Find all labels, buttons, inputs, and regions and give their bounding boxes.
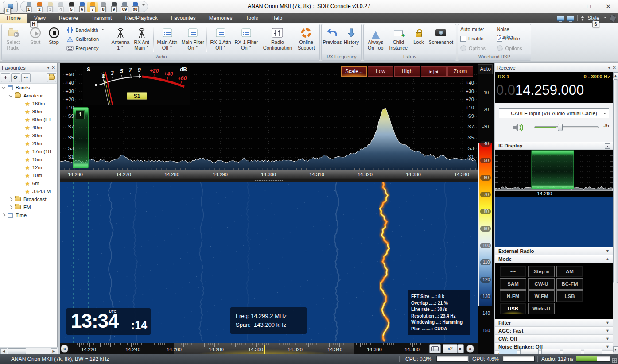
filter-section[interactable]: Filter▼ <box>495 319 613 327</box>
mode-lsb-button[interactable]: LSB <box>556 290 583 302</box>
radio-configuration-button[interactable]: Radio Configuration <box>261 25 294 53</box>
if-waterfall[interactable] <box>495 197 613 247</box>
filter-preset-button[interactable] <box>499 349 517 354</box>
high-button[interactable]: High <box>394 66 420 77</box>
scroll-down-icon[interactable]: ▼ <box>613 346 618 352</box>
filter-preset-button[interactable] <box>563 349 581 354</box>
panel-close-icon[interactable]: ✕ <box>52 65 55 70</box>
resize-grip[interactable] <box>612 358 617 363</box>
tree-item-3643[interactable]: ★3.643 M <box>0 187 58 195</box>
settings-gear-icon[interactable] <box>610 15 616 22</box>
rx1-filter-button[interactable]: RX-1 Filter On <box>233 25 259 53</box>
select-radio-button[interactable]: ▶ Select Radio <box>3 25 24 53</box>
tab-rec-playback[interactable]: Rec/Playback <box>118 13 164 23</box>
add-favourite-button[interactable]: + <box>1 73 10 82</box>
scroll-up-icon[interactable]: ▲ <box>613 72 618 78</box>
qat-button-6[interactable]: 6 <box>77 2 87 12</box>
tab-receive[interactable]: Receive <box>52 13 85 23</box>
collapse-up-icon[interactable]: ▲ <box>605 143 610 149</box>
tree-item-6m[interactable]: ★6m <box>0 179 58 187</box>
mode-header[interactable]: Mode▲ <box>495 255 613 263</box>
tree-item-10m[interactable]: ★10m <box>0 171 58 179</box>
tree-item-17m[interactable]: ★17m (18 <box>0 147 58 155</box>
rx-ant-button[interactable]: RX Ant Main <box>131 25 152 53</box>
tab-home[interactable]: Home <box>0 14 27 23</box>
stop-button[interactable]: Stop <box>45 25 63 53</box>
qat-button-5[interactable]: 5 <box>66 2 77 12</box>
colour-scale-auto[interactable]: Auto <box>478 64 493 74</box>
mode-wideu-button[interactable]: Wide-U <box>528 303 555 314</box>
rx-frequency-display[interactable]: RX 1 0 - 3000 Hz 0.014.259.000 <box>495 72 613 103</box>
scrollbar-thumb[interactable] <box>8 348 26 354</box>
nav-right-icon[interactable]: » <box>466 345 474 353</box>
agc-section[interactable]: AGC: Fast▼ <box>495 327 613 335</box>
waterfall-colour-scale[interactable]: Auto -10 -20 -30 -40 -50 -60 -70 -80 -90… <box>478 63 494 354</box>
mode-sam-button[interactable]: SAM <box>500 278 526 290</box>
more-button[interactable]: ••• <box>21 73 31 82</box>
external-radio-header[interactable]: External Radio▼ <box>495 247 613 255</box>
if-display-header[interactable]: IF Display▲ <box>495 142 613 150</box>
main-filter-button[interactable]: Main Filter On <box>180 25 206 53</box>
mode-bcfm-button[interactable]: BC-FM <box>556 278 583 290</box>
mode-step-button[interactable]: Step ≡ <box>528 266 555 277</box>
antenna-button[interactable]: Antenna 1 <box>110 25 131 53</box>
screenshot-button[interactable]: Screenshot <box>427 25 455 53</box>
mode-usb-button[interactable]: USB <box>500 303 526 314</box>
qat-button-1[interactable]: 1 <box>23 2 34 12</box>
tab-memories[interactable]: Memories <box>202 13 239 23</box>
audio-device-select[interactable]: CABLE Input (VB-Audio Virtual Cable) <box>499 108 609 118</box>
minimize-button[interactable]: — <box>560 0 579 13</box>
scroll-right-icon[interactable]: ▶ <box>51 348 57 354</box>
auto-mute-options[interactable]: Options <box>460 44 492 52</box>
nav-left-icon[interactable]: « <box>61 345 68 353</box>
filter-preset-button[interactable] <box>584 349 602 354</box>
bandwidth-button[interactable]: Bandwidth <box>66 26 106 34</box>
maximize-button[interactable]: □ <box>579 0 599 13</box>
mode-am-button[interactable]: AM <box>556 266 583 277</box>
spectrum-frequency-axis[interactable]: 14.260 14.270 14.280 14.290 14.300 14.31… <box>60 170 478 179</box>
refresh-button[interactable]: ⟳ <box>11 73 20 82</box>
qat-button-8[interactable]: 8 <box>98 2 109 12</box>
filter-preset-button[interactable] <box>541 349 560 354</box>
tree-item-15m[interactable]: ★15m <box>0 155 58 163</box>
start-button[interactable]: Start <box>26 25 45 53</box>
spectrum-display[interactable]: +50 +40 +30 +20 +10 S9 S7 S5 S3 S1 +40 +… <box>60 63 478 170</box>
tree-item-20m[interactable]: ★20m <box>0 139 58 147</box>
filter-preset-button[interactable] <box>520 349 539 354</box>
auto-mute-enable[interactable]: Enable <box>460 35 492 43</box>
tab-transmit[interactable]: Transmit <box>85 13 118 23</box>
tree-item-bands[interactable]: Bands <box>0 84 58 92</box>
speaker-icon[interactable] <box>512 123 524 132</box>
child-instance-button[interactable]: Child Instance <box>387 25 410 53</box>
style-dropdown-icon[interactable] <box>604 17 606 19</box>
tree-item-fm[interactable]: FM <box>0 203 58 211</box>
qat-button-9[interactable]: 9 <box>109 2 119 12</box>
tree-item-60m[interactable]: ★60m (FT <box>0 116 58 124</box>
frequency-entry-button[interactable] <box>429 344 441 353</box>
scale-button[interactable]: Scale... <box>341 66 367 77</box>
frequency-navigator[interactable]: « 14.220 14.240 14.260 14.280 14.300 14.… <box>60 343 478 354</box>
qat-button-7[interactable]: 7 <box>87 2 98 12</box>
style-menu[interactable]: Style <box>587 15 599 21</box>
lock-button[interactable]: Lock <box>410 25 427 53</box>
mode-nfm-button[interactable]: N-FM <box>500 290 526 302</box>
always-on-top-button[interactable]: Always On Top <box>365 25 387 53</box>
nav-zoom-expand-icon[interactable]: ▶ <box>458 344 464 353</box>
qat-overflow-icon[interactable] <box>142 4 145 7</box>
spectrum-waterfall-splitter[interactable] <box>60 179 478 182</box>
mode-more-button[interactable]: ••• <box>500 266 526 277</box>
low-button[interactable]: Low <box>368 66 393 77</box>
noise-blanker-options[interactable]: Options <box>497 44 529 52</box>
scrollbar-thumb[interactable] <box>613 79 618 283</box>
tree-item-broadcast[interactable]: Broadcast <box>0 195 58 203</box>
folder-button[interactable] <box>47 73 56 82</box>
cw-section[interactable]: CW: Off▼ <box>495 335 613 343</box>
main-attn-button[interactable]: Main Attn Off <box>155 25 180 53</box>
horizontal-scrollbar[interactable]: ◀ ▶ <box>0 347 58 354</box>
previous-button[interactable]: Previous <box>323 25 342 53</box>
calibration-button[interactable]: Calibration <box>66 35 106 43</box>
tree-item-160m[interactable]: ★160m <box>0 100 58 108</box>
checkbox-unchecked[interactable] <box>460 36 466 42</box>
collapse-ribbon-icon[interactable] <box>581 14 584 23</box>
noise-blanker-enable[interactable]: ✓Enable <box>497 35 529 43</box>
